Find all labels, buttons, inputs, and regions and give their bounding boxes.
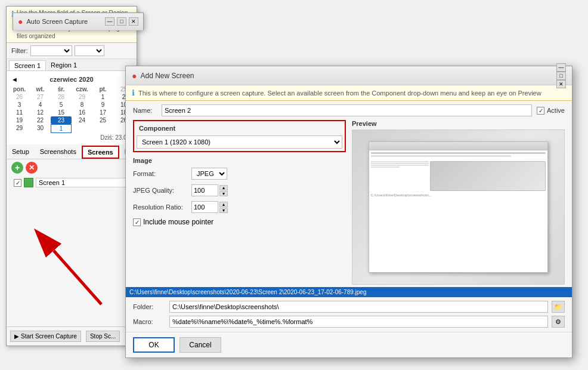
cal-day-today[interactable]: 23 <box>51 116 72 124</box>
remove-screen-btn[interactable]: ✕ <box>26 162 38 174</box>
app-icon: ● <box>18 17 23 26</box>
cal-day[interactable]: 5 <box>51 101 72 109</box>
cal-day[interactable]: 1 <box>92 93 113 101</box>
tab-screenshots[interactable]: Screenshots <box>35 146 82 159</box>
resolution-down[interactable]: ▼ <box>219 208 228 213</box>
play-icon: ▶ <box>14 333 19 340</box>
cal-day[interactable]: 29 <box>72 93 92 101</box>
mouse-pointer-checkbox[interactable]: ✓ <box>133 218 141 226</box>
preview-box: C:\Users\finne\Desktop\screenshots\... <box>352 130 565 285</box>
dialog-maximize-btn[interactable]: □ <box>556 72 566 80</box>
bg-top-tabs: Screen 1 Region 1 <box>7 59 137 71</box>
dialog-app-icon: ● <box>132 71 137 81</box>
preview-inner: C:\Users\finne\Desktop\screenshots\... <box>352 130 564 284</box>
macro-input[interactable] <box>169 316 548 328</box>
image-section: Image Format: JPEG PNG BMP JPEG Quality: <box>133 157 346 226</box>
active-checkbox[interactable]: ✓ <box>537 107 544 115</box>
cal-day[interactable]: 1 <box>51 124 72 133</box>
preview-mini-row <box>371 161 429 162</box>
screen-name-input[interactable]: Screen 1 <box>36 178 129 187</box>
dialog-info-text: This is where to configure a screen capt… <box>138 90 541 97</box>
cal-day[interactable]: 4 <box>30 101 51 109</box>
macro-settings-btn[interactable]: ⚙ <box>552 316 565 328</box>
stop-label: Stop Sc... <box>90 333 116 340</box>
main-dialog: ● Add New Screen — □ ✕ ℹ This is where t… <box>125 66 572 358</box>
stop-capture-btn[interactable]: Stop Sc... <box>86 331 120 342</box>
format-row: Format: JPEG PNG BMP <box>133 168 346 180</box>
name-input[interactable] <box>162 104 532 116</box>
dialog-two-col: Component Screen 1 (1920 x 1080) Image F… <box>126 116 572 285</box>
preview-mini-bar2 <box>371 155 511 157</box>
cal-day[interactable]: 25 <box>92 116 113 124</box>
resolution-input[interactable] <box>191 201 218 213</box>
bg-title: Auto Screen Capture <box>26 18 101 25</box>
cal-day[interactable]: 8 <box>72 101 92 109</box>
start-label: Start Screen Capture <box>21 333 77 340</box>
path-text: C:\Users\finne\Desktop\screenshots\2020-… <box>129 289 366 295</box>
tab-screen1[interactable]: Screen 1 <box>9 60 46 70</box>
cal-day <box>92 124 113 133</box>
tab-screens[interactable]: Screens <box>82 146 119 159</box>
bg-minimize-btn[interactable]: — <box>105 17 114 26</box>
cal-day[interactable]: 30 <box>30 124 51 133</box>
preview-mini-row <box>371 166 400 168</box>
active-checkbox-row: ✓ Active <box>537 107 565 115</box>
tab-setup[interactable]: Setup <box>7 146 35 159</box>
filter-select[interactable] <box>30 45 72 56</box>
cal-day[interactable]: 12 <box>30 109 51 116</box>
cal-day[interactable]: 19 <box>9 116 30 124</box>
cal-day[interactable]: 16 <box>72 109 92 116</box>
cancel-button[interactable]: Cancel <box>180 337 221 353</box>
resolution-up[interactable]: ▲ <box>219 202 228 207</box>
format-select-wrap: JPEG PNG BMP <box>191 168 227 180</box>
format-select[interactable]: JPEG PNG BMP <box>191 168 227 180</box>
jpeg-quality-label: JPEG Quality: <box>133 187 187 194</box>
tab-region1[interactable]: Region 1 <box>46 60 82 70</box>
mouse-pointer-checkmark: ✓ <box>135 219 140 226</box>
component-label: Component <box>137 124 342 133</box>
today-label: Dziś: 23.06. <box>9 133 134 142</box>
dialog-title: Add New Screen <box>140 72 553 80</box>
dialog-close-btn[interactable]: ✕ <box>556 80 566 88</box>
cal-day[interactable]: 9 <box>92 101 113 109</box>
dialog-footer: OK Cancel <box>126 332 572 357</box>
cal-day[interactable]: 26 <box>9 93 30 101</box>
jpeg-quality-row: JPEG Quality: ▲ ▼ <box>133 184 346 196</box>
cal-day[interactable]: 29 <box>9 124 30 133</box>
dialog-minimize-btn[interactable]: — <box>556 63 566 72</box>
folder-input[interactable] <box>169 301 548 313</box>
cal-day[interactable]: 3 <box>9 101 30 109</box>
add-screen-btn[interactable]: + <box>11 162 23 174</box>
cal-header-wed: śr. <box>51 85 72 93</box>
cal-day[interactable]: 15 <box>51 109 72 116</box>
cal-day[interactable]: 17 <box>92 109 113 116</box>
cal-header-tue: wt. <box>30 85 51 93</box>
left-panel: Component Screen 1 (1920 x 1080) Image F… <box>133 120 346 285</box>
folder-label: Folder: <box>133 303 166 310</box>
cal-day[interactable]: 27 <box>30 93 51 101</box>
filter-select2[interactable] <box>75 45 104 56</box>
jpeg-quality-input[interactable] <box>191 184 218 196</box>
section-tabs: Setup Screenshots Screens Reg... <box>7 146 137 159</box>
bottom-form: Folder: 📁 Macro: ⚙ <box>126 297 572 334</box>
ok-button[interactable]: OK <box>133 337 175 353</box>
screen-item: ✓ Screen 1 <box>9 176 134 189</box>
screen-checkbox[interactable]: ✓ <box>14 179 21 187</box>
component-select[interactable]: Screen 1 (1920 x 1080) <box>137 135 342 149</box>
cal-day[interactable]: 22 <box>30 116 51 124</box>
active-label: Active <box>547 107 565 114</box>
resolution-label: Resolution Ratio: <box>133 204 187 211</box>
cal-day[interactable]: 11 <box>9 109 30 116</box>
cal-prev-btn[interactable]: ◄ <box>11 76 18 83</box>
start-capture-btn[interactable]: ▶ Start Screen Capture <box>10 331 81 342</box>
active-checkmark: ✓ <box>539 107 543 114</box>
cal-day[interactable]: 28 <box>51 93 72 101</box>
bg-close-btn[interactable]: ✕ <box>129 17 138 26</box>
jpeg-quality-up[interactable]: ▲ <box>219 185 228 190</box>
filter-bar: Filter: <box>7 43 137 59</box>
cal-day[interactable]: 24 <box>72 116 92 124</box>
jpeg-quality-down[interactable]: ▼ <box>219 191 228 196</box>
folder-browse-btn[interactable]: 📁 <box>552 301 565 313</box>
cal-header-fri: pt. <box>92 85 113 93</box>
bg-maximize-btn[interactable]: □ <box>117 17 126 26</box>
